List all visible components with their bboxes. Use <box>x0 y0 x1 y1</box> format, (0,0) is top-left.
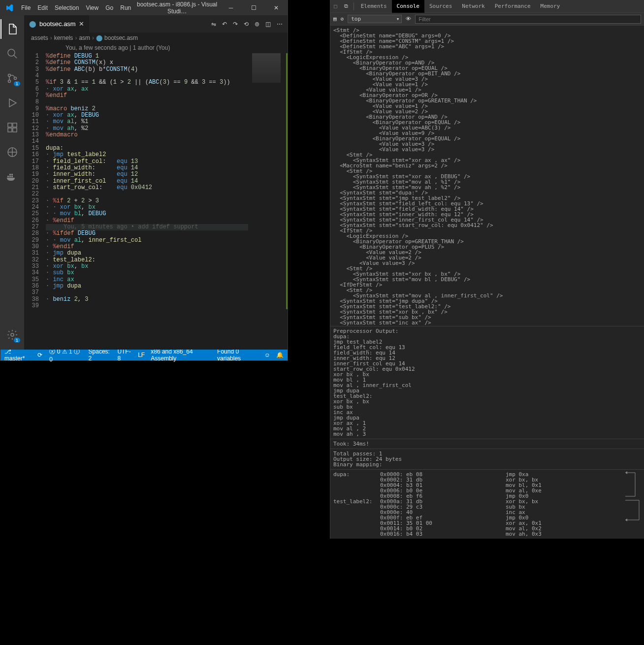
svg-rect-13 <box>11 174 13 175</box>
crumb-kernels[interactable]: kernels <box>54 34 73 41</box>
device-icon[interactable]: ⧉ <box>341 3 352 9</box>
tab-sources[interactable]: Sources <box>424 0 457 13</box>
live-expr-icon[interactable]: 👁 <box>406 16 411 22</box>
tab-label: bootsec.asm <box>39 20 76 28</box>
indentation[interactable]: Spaces: 2 <box>89 348 112 362</box>
menu-file[interactable]: File <box>18 4 34 11</box>
tab-memory[interactable]: Memory <box>536 0 565 13</box>
filter-input[interactable] <box>415 15 641 24</box>
activity-bar: 1 1 <box>0 15 24 350</box>
sync-icon[interactable]: ⟳ <box>37 352 42 358</box>
svg-rect-5 <box>13 123 17 127</box>
gitlens-annotation[interactable]: You, a few seconds ago | 1 author (You) <box>24 43 288 53</box>
modified-indicator <box>286 53 288 309</box>
window-title: bootsec.asm - i8086.js - Visual Studi… <box>134 1 220 15</box>
console-output-binary[interactable]: dupa: test_label2: 0x0000: eb 08 0x0002:… <box>330 469 644 539</box>
scm-badge: 1 <box>14 81 20 86</box>
crumb-asm[interactable]: asm <box>79 34 90 41</box>
eol[interactable]: LF <box>138 352 145 358</box>
menu-bar: File Edit Selection View Go Run <box>18 4 134 11</box>
binary-disasm: jmp 0xa xor bx, bx mov bl, 0x1 mov al, 0… <box>503 470 624 539</box>
binary-gap <box>476 470 503 539</box>
menu-run[interactable]: Run <box>117 4 134 11</box>
maximize-button[interactable]: ☐ <box>242 0 265 15</box>
console-output-preproc[interactable]: Preprocessor Output: dupa: jmp test_labe… <box>330 326 644 439</box>
encoding[interactable]: UTF-8 <box>117 348 132 362</box>
tab-performance[interactable]: Performance <box>490 0 536 13</box>
svg-rect-7 <box>13 128 17 132</box>
svg-point-2 <box>8 80 11 83</box>
revert-icon[interactable]: ↶ <box>222 21 227 28</box>
next-change-icon[interactable]: ↷ <box>233 21 238 28</box>
tab-console[interactable]: Console <box>392 0 424 13</box>
crumb-assets[interactable]: assets <box>31 34 48 41</box>
vscode-logo-icon <box>0 4 18 12</box>
minimap[interactable] <box>252 53 281 350</box>
problems-indicator[interactable]: ⓧ 0 ⚠ 1 ⓘ 0 <box>49 348 81 363</box>
console-toolbar: ▤ ⊘ top 👁 <box>330 13 644 26</box>
more-actions-icon[interactable]: ⋯ <box>277 21 283 28</box>
breadcrumb[interactable]: assets› kernels› asm› ⬤ bootsec.asm <box>24 32 288 43</box>
vscode-window: File Edit Selection View Go Run bootsec.… <box>0 0 288 361</box>
run-debug-icon[interactable] <box>0 93 24 113</box>
devtools-tabs: ⬚ ⧉ Elements Console Sources Network Per… <box>330 0 644 13</box>
devtools-panel: ⬚ ⧉ Elements Console Sources Network Per… <box>330 0 644 539</box>
editor[interactable]: 1234567891011121314151617181920212223242… <box>24 53 288 350</box>
svg-point-0 <box>8 49 15 56</box>
menu-selection[interactable]: Selection <box>51 4 82 11</box>
binary-hex: 0x0000: eb 08 0x0002: 31 db 0x0004: b3 0… <box>377 470 476 539</box>
editor-group: ⬤ bootsec.asm ✕ ⇋ ↶ ↷ ⟲ ⊚ ◫ ⋯ <box>24 15 288 350</box>
language-mode[interactable]: x86 and x86_64 Assembly <box>151 348 211 362</box>
minimize-button[interactable]: ─ <box>220 0 242 15</box>
console-output-ast[interactable]: <Stmt /> <DefineStmt name="DEBUG" args=0… <box>330 26 644 326</box>
docker-icon[interactable] <box>0 167 24 187</box>
menu-edit[interactable]: Edit <box>34 4 51 11</box>
svg-rect-9 <box>7 176 9 177</box>
titlebar: File Edit Selection View Go Run bootsec.… <box>0 0 288 15</box>
asm-file-icon: ⬤ <box>29 20 36 28</box>
tab-bar: ⬤ bootsec.asm ✕ ⇋ ↶ ↷ ⟲ ⊚ ◫ ⋯ <box>24 15 288 32</box>
console-output-passes[interactable]: Total passes: 1 Output size: 24 bytes Bi… <box>330 449 644 469</box>
crumb-file[interactable]: bootsec.asm <box>104 34 138 41</box>
variables-count[interactable]: Found 0 variables <box>217 348 258 362</box>
svg-rect-11 <box>11 176 13 177</box>
tab-elements[interactable]: Elements <box>356 0 392 13</box>
menu-go[interactable]: Go <box>102 4 117 11</box>
inspect-icon[interactable]: ⬚ <box>330 3 341 9</box>
line-gutter: 1234567891011121314151617181920212223242… <box>24 53 46 309</box>
svg-rect-12 <box>9 174 11 175</box>
tab-bootsec[interactable]: ⬤ bootsec.asm ✕ <box>24 15 89 32</box>
split-editor-icon[interactable]: ◫ <box>265 21 271 28</box>
close-button[interactable]: ✕ <box>265 0 288 15</box>
notifications-icon[interactable]: 🔔 <box>276 352 284 358</box>
compare-icon[interactable]: ⇋ <box>211 21 216 28</box>
console-sidebar-icon[interactable]: ▤ <box>333 16 337 22</box>
context-selector[interactable]: top <box>348 15 402 23</box>
clear-console-icon[interactable]: ⊘ <box>341 16 344 22</box>
source-control-icon[interactable]: 1 <box>0 68 24 88</box>
tab-network[interactable]: Network <box>457 0 489 13</box>
status-bar: ⎇ master* ⟳ ⓧ 0 ⚠ 1 ⓘ 0 Spaces: 2 UTF-8 … <box>0 350 288 360</box>
settings-badge: 1 <box>14 338 20 343</box>
nav-back-icon[interactable]: ⟲ <box>244 21 249 28</box>
asm-file-icon: ⬤ <box>96 34 102 41</box>
binary-labels: dupa: test_label2: <box>330 470 377 539</box>
svg-rect-6 <box>8 128 12 132</box>
feedback-icon[interactable]: ☺ <box>264 352 270 358</box>
tab-close-icon[interactable]: ✕ <box>79 20 84 28</box>
branch-indicator[interactable]: ⎇ master* <box>4 348 31 362</box>
svg-point-1 <box>8 74 11 77</box>
extensions-icon[interactable] <box>0 118 24 137</box>
svg-rect-10 <box>9 176 11 177</box>
menu-view[interactable]: View <box>82 4 102 11</box>
search-icon[interactable] <box>0 44 24 64</box>
nav-forward-icon[interactable]: ⊚ <box>255 21 259 28</box>
jump-arrows <box>624 470 644 539</box>
remote-icon[interactable] <box>0 142 24 162</box>
console-output-took[interactable]: Took: 34ms! <box>330 439 644 449</box>
explorer-icon[interactable] <box>0 19 24 39</box>
settings-icon[interactable]: 1 <box>0 325 24 345</box>
svg-point-3 <box>14 77 17 80</box>
svg-rect-4 <box>8 123 12 127</box>
editor-actions: ⇋ ↶ ↷ ⟲ ⊚ ◫ ⋯ <box>211 21 288 28</box>
